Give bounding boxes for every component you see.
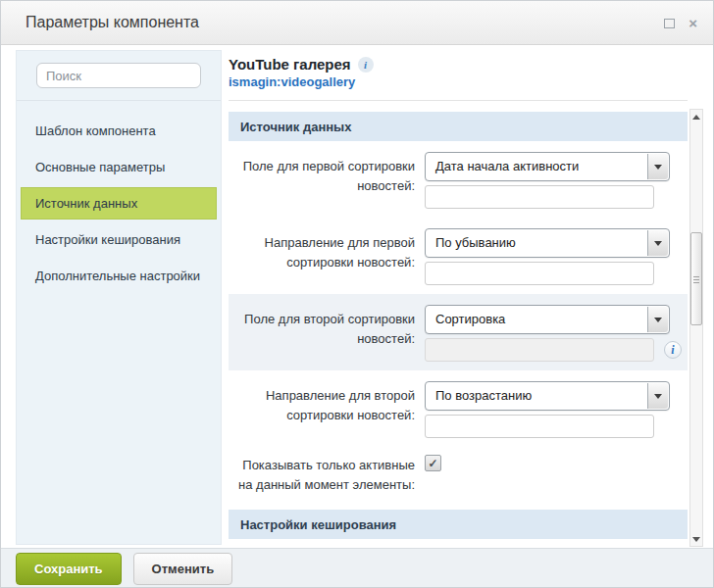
close-icon[interactable]: × — [688, 16, 697, 30]
field-label: Направление для второй сортировки новост… — [229, 381, 425, 438]
save-button[interactable]: Сохранить — [16, 553, 122, 585]
content-panel: YouTube галерея i ismagin:videogallery И… — [229, 50, 688, 545]
info-icon[interactable]: i — [664, 341, 682, 359]
maximize-icon[interactable] — [664, 17, 675, 30]
first-sort-direction-select[interactable]: По убыванию — [425, 228, 670, 258]
second-sort-direction-select[interactable]: По возрастанию — [425, 381, 670, 411]
heading-divider — [229, 100, 688, 101]
sidebar-divider — [17, 100, 221, 101]
sidebar: Шаблон компонента Основные параметры Ист… — [16, 50, 222, 545]
chevron-down-icon[interactable] — [647, 230, 668, 256]
form-row-second-sort-direction: Направление для второй сортировки новост… — [229, 370, 688, 447]
sidebar-item-main-params[interactable]: Основные параметры — [21, 151, 217, 183]
form-row-cache-type: Авто + Управляемое — [229, 539, 688, 547]
scroll-down-icon[interactable] — [690, 532, 702, 546]
field-label: Показывать только активные на данный мом… — [229, 451, 425, 495]
second-sort-direction-input[interactable] — [425, 415, 654, 438]
section-header-data-source: Источник данных — [229, 112, 688, 141]
component-parameters-dialog: Параметры компонента × Шаблон компонента… — [0, 0, 714, 588]
first-sort-direction-input[interactable] — [425, 262, 654, 285]
active-only-checkbox[interactable]: ✓ — [425, 455, 441, 471]
sidebar-item-additional-settings[interactable]: Дополнительные настройки — [21, 260, 217, 292]
chevron-down-icon[interactable] — [647, 383, 668, 409]
sidebar-item-cache-settings[interactable]: Настройки кеширования — [21, 223, 217, 256]
window-controls: × — [664, 1, 697, 45]
section-header-cache-settings: Настройки кеширования — [229, 510, 688, 539]
sidebar-item-template[interactable]: Шаблон компонента — [21, 115, 217, 147]
check-icon: ✓ — [428, 457, 437, 470]
info-icon[interactable]: i — [358, 57, 374, 73]
vertical-scrollbar[interactable] — [689, 109, 703, 547]
search-input[interactable] — [36, 63, 201, 88]
form-row-first-sort-field: Поле для первой сортировки новостей: Дат… — [229, 141, 688, 218]
form-row-active-only: Показывать только активные на данный мом… — [229, 447, 688, 504]
cancel-button[interactable]: Отменить — [133, 553, 233, 585]
footer-bar: Сохранить Отменить — [1, 548, 714, 588]
component-heading: YouTube галерея i — [229, 50, 688, 73]
chevron-down-icon[interactable] — [647, 154, 668, 179]
field-label: Поле для второй сортировки новостей: — [229, 305, 425, 362]
form-scroll-area: Источник данных Поле для первой сортиров… — [229, 112, 688, 547]
dialog-titlebar: Параметры компонента × — [1, 1, 713, 45]
form-row-first-sort-direction: Направление для первой сортировки новост… — [229, 218, 688, 294]
component-id-link[interactable]: ismagin:videogallery — [229, 74, 355, 89]
field-label: Направление для первой сортировки новост… — [229, 228, 425, 285]
first-sort-field-select[interactable]: Дата начала активности — [425, 152, 670, 181]
second-sort-field-select[interactable]: Сортировка — [425, 305, 670, 334]
form-row-second-sort-field: Поле для второй сортировки новостей: Сор… — [229, 294, 688, 370]
dialog-title: Параметры компонента — [1, 14, 199, 31]
first-sort-field-input[interactable] — [425, 185, 654, 209]
sidebar-item-data-source[interactable]: Источник данных — [21, 187, 217, 220]
second-sort-field-input — [425, 338, 654, 362]
scrollbar-thumb[interactable] — [690, 232, 702, 325]
component-title: YouTube галерея — [229, 56, 351, 73]
chevron-down-icon[interactable] — [647, 307, 668, 332]
scroll-up-icon[interactable] — [690, 110, 702, 123]
field-label: Поле для первой сортировки новостей: — [229, 152, 425, 209]
